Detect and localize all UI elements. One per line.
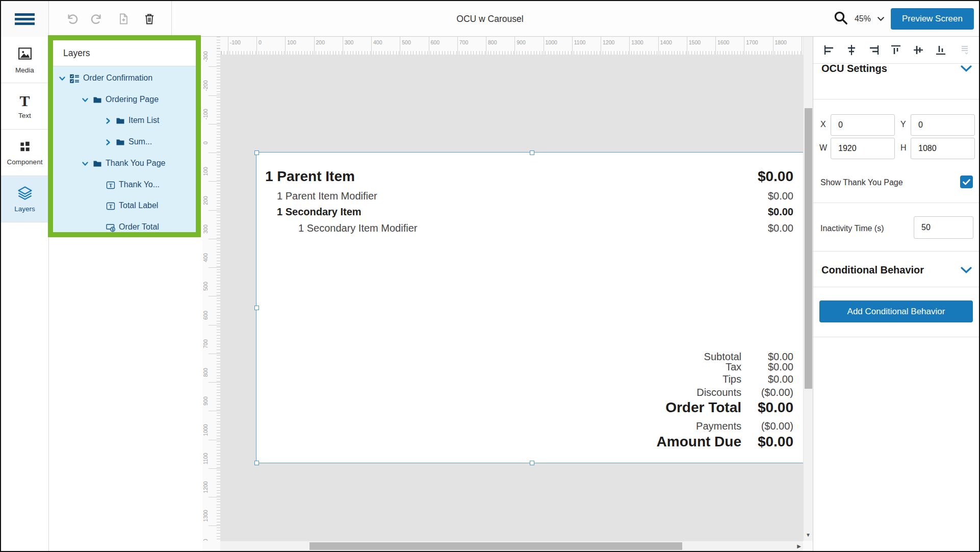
ruler-tick — [209, 267, 220, 268]
chevron-down-icon[interactable] — [961, 267, 972, 273]
chevron-right-icon[interactable] — [105, 139, 112, 146]
ruler-tick — [629, 37, 630, 55]
ruler-tick — [715, 37, 716, 55]
ruler-number: 100 — [287, 39, 296, 45]
receipt-total-row: Tips$0.00 — [256, 373, 803, 386]
sidebar-item-label: Component — [7, 158, 43, 166]
ruler-number: 600 — [202, 305, 210, 325]
receipt-total-row: Discounts($0.00) — [256, 386, 803, 399]
horizontal-scrollbar-thumb[interactable] — [310, 542, 682, 550]
align-bottom-icon[interactable] — [933, 42, 948, 58]
inactivity-time-input[interactable] — [914, 216, 973, 239]
chevron-right-icon[interactable] — [105, 117, 112, 124]
ruler-number: 400 — [202, 247, 210, 268]
chevron-down-icon[interactable] — [82, 160, 89, 167]
conditional-behavior-header[interactable]: Conditional Behavior — [821, 259, 972, 282]
edit-toolbar — [49, 1, 172, 37]
x-input[interactable] — [831, 114, 895, 136]
selection-handle[interactable] — [530, 150, 534, 155]
align-top-icon[interactable] — [888, 42, 904, 58]
total-value: $0.00 — [768, 373, 793, 385]
zoom-chevron-down-icon[interactable] — [877, 14, 885, 23]
preview-screen-button[interactable]: Preview Screen — [891, 8, 974, 30]
chevron-down-icon[interactable] — [82, 96, 89, 104]
ruler-number: 700 — [202, 334, 210, 354]
delete-button[interactable] — [141, 10, 158, 28]
ruler-tick — [209, 468, 220, 469]
vertical-scrollbar-thumb[interactable] — [805, 108, 812, 389]
selection-handle[interactable] — [254, 150, 259, 155]
ruler-tick — [400, 37, 400, 55]
ruler-tick — [285, 37, 286, 55]
layer-row-total-label[interactable]: TTotal Label — [53, 196, 196, 217]
w-label: W — [819, 143, 827, 153]
total-label: Amount Due — [657, 433, 741, 450]
receipt-total-row: Payments($0.00) — [256, 420, 803, 433]
align-center-vertical-icon[interactable] — [911, 42, 926, 58]
x-label: X — [820, 120, 826, 129]
layer-row-thank-you-page[interactable]: Thank You Page — [53, 154, 196, 175]
add-conditional-behavior-button[interactable]: Add Conditional Behavior — [819, 300, 973, 322]
ruler-tick — [209, 296, 220, 296]
selection-handle[interactable] — [530, 461, 534, 465]
receipt-item-text: 1 Secondary Item — [277, 205, 362, 218]
layers-icon — [17, 186, 33, 202]
ruler-tick — [429, 37, 429, 55]
sidebar-item-text[interactable]: TText — [1, 83, 48, 130]
align-right-icon[interactable] — [866, 42, 882, 58]
align-left-icon[interactable] — [821, 42, 837, 58]
conditional-behavior-title: Conditional Behavior — [821, 264, 924, 276]
scroll-down-arrow-icon[interactable]: ▼ — [806, 532, 811, 538]
layer-row-item-list[interactable]: Item List — [53, 111, 196, 132]
receipt-item-price: $0.00 — [768, 205, 793, 218]
sidebar-item-component[interactable]: Component — [1, 130, 48, 176]
layer-row-thank-yo[interactable]: TThank Yo... — [53, 175, 196, 196]
vertical-scrollbar[interactable]: ▼ — [803, 37, 813, 541]
layer-label: Ordering Page — [106, 95, 159, 104]
chevron-down-icon[interactable] — [961, 65, 972, 72]
ruler-number: 1100 — [202, 448, 210, 469]
ruler-tick — [343, 37, 343, 55]
sidebar-item-label: Layers — [14, 205, 35, 213]
ruler-number: 500 — [402, 39, 411, 45]
layers-tree: Order ConfirmationOrdering PageItem List… — [53, 66, 196, 232]
app-window: 1 Parent Item$0.001 Parent Item Modifier… — [0, 0, 980, 552]
layer-row-sum[interactable]: Sum... — [53, 132, 196, 154]
ruler-tick — [486, 37, 486, 55]
hamburger-menu-button[interactable] — [1, 1, 49, 37]
layer-label: Item List — [128, 116, 159, 125]
layer-label: Order Total — [119, 222, 159, 232]
layer-row-order-total[interactable]: $Order Total — [53, 217, 196, 232]
folder-icon — [93, 159, 102, 168]
ruler-number: 1000 — [202, 420, 210, 440]
text-component-icon: T — [106, 181, 115, 190]
align-center-horizontal-icon[interactable] — [844, 42, 859, 58]
ruler-tick — [572, 37, 573, 55]
ruler-number: 1700 — [746, 39, 758, 45]
sidebar-item-layers[interactable]: Layers — [1, 176, 48, 222]
selection-handle[interactable] — [254, 461, 259, 465]
total-value: ($0.00) — [761, 386, 793, 398]
ruler-tick — [209, 440, 220, 440]
sidebar-item-media[interactable]: Media — [1, 37, 48, 83]
scroll-right-arrow-icon[interactable]: ▶ — [797, 543, 801, 549]
new-document-button[interactable] — [115, 10, 132, 28]
show-thank-you-checkbox[interactable] — [960, 175, 973, 188]
canvas-background[interactable]: 1 Parent Item$0.001 Parent Item Modifier… — [220, 55, 803, 541]
redo-button[interactable] — [89, 10, 106, 28]
design-screen-selected[interactable]: 1 Parent Item$0.001 Parent Item Modifier… — [256, 153, 803, 463]
sidebar-item-label: Text — [18, 112, 31, 119]
zoom-level[interactable]: 45% — [855, 14, 871, 23]
w-input[interactable] — [831, 138, 895, 159]
h-input[interactable] — [911, 138, 975, 159]
selection-handle[interactable] — [254, 306, 259, 310]
zoom-search-icon[interactable] — [833, 10, 848, 28]
horizontal-scrollbar[interactable]: ▶ — [220, 541, 803, 551]
y-input[interactable] — [911, 114, 975, 136]
receipt-item-price: $0.00 — [768, 189, 793, 203]
chevron-down-icon[interactable] — [59, 75, 66, 82]
ocu-settings-header[interactable]: OCU Settings — [821, 57, 972, 80]
layer-row-order-confirmation[interactable]: Order Confirmation — [53, 68, 196, 90]
undo-button[interactable] — [63, 10, 80, 28]
layer-row-ordering-page[interactable]: Ordering Page — [53, 90, 196, 111]
